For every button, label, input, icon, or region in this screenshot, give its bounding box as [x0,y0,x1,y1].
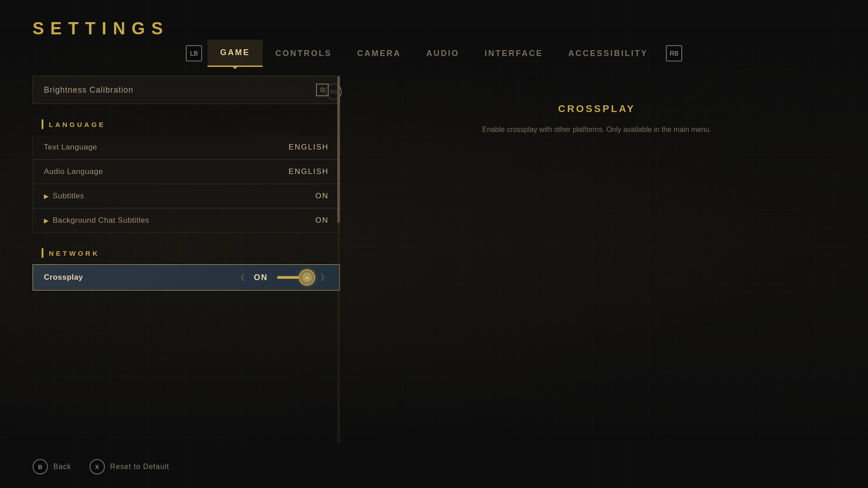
text-language-value: ENGLISH [288,143,329,152]
bottom-bar: B Back X Reset to Default [33,459,835,474]
subtitles-value: ON [316,192,329,201]
subtitles-label: ▶ Subtitles [44,192,84,201]
crossplay-arrow-right[interactable]: 》 [321,272,329,283]
network-section-header: NETWORK [33,242,340,264]
tab-interface[interactable]: INTERFACE [472,40,556,67]
tab-camera[interactable]: CAMERA [344,40,414,67]
language-section-header: LANGUAGE [33,113,340,136]
audio-language-value: ENGLISH [288,167,329,176]
background-chat-value: ON [316,216,329,225]
text-language-row[interactable]: Text Language ENGLISH [33,136,340,160]
lb-icon: LB [190,50,198,57]
audio-language-label: Audio Language [44,167,103,176]
crossplay-arrow-left[interactable]: 《 [236,272,245,283]
subtitles-row[interactable]: ▶ Subtitles ON [33,184,340,208]
reset-button[interactable]: X Reset to Default [90,459,170,474]
tab-arrow-right[interactable]: RB [666,45,682,61]
tab-controls[interactable]: CONTROLS [263,40,344,67]
brightness-label: Brightness Calibration [44,85,133,95]
main-content: Brightness Calibration ⧉ LANGUAGE Text L… [33,76,835,443]
audio-language-row[interactable]: Audio Language ENGLISH [33,160,340,184]
brightness-calibration-row[interactable]: Brightness Calibration ⧉ [33,76,340,104]
background-chat-label: ▶ Background Chat Subtitles [44,216,149,225]
subtitles-expand-arrow: ▶ [44,192,49,200]
tab-navigation: LB GAME CONTROLS CAMERA AUDIO INTERFACE … [0,40,868,67]
back-button[interactable]: B Back [33,459,71,474]
scroll-thumb [337,76,340,223]
tab-game[interactable]: GAME [208,40,263,67]
scroll-track[interactable] [337,76,340,443]
crossplay-control: 《 ON 》 [236,272,329,283]
background-chat-expand-arrow: ▶ [44,217,49,224]
crossplay-value: ON [252,273,270,282]
tab-audio[interactable]: AUDIO [414,40,472,67]
back-button-label: Back [53,463,71,471]
crossplay-knob[interactable] [299,269,315,286]
crossplay-slider [277,276,313,279]
detail-description: Enable crossplay with other platforms. O… [482,124,712,136]
back-button-icon: B [33,459,48,474]
left-panel: Brightness Calibration ⧉ LANGUAGE Text L… [33,76,340,443]
crossplay-label: Crossplay [44,273,83,282]
detail-title: CROSSPLAY [558,103,636,115]
crossplay-row[interactable]: Crossplay 《 ON 》 [33,264,340,291]
reset-button-icon: X [90,459,105,474]
rb-icon: RB [670,50,678,57]
page-title: SETTINGS [33,19,169,38]
reset-button-label: Reset to Default [110,463,170,471]
tab-accessibility[interactable]: ACCESSIBILITY [556,40,660,67]
right-panel: CROSSPLAY Enable crossplay with other pl… [358,76,835,443]
page-wrapper: SETTINGS LB GAME CONTROLS CAMERA AUDIO I… [0,0,868,488]
brightness-expand-icon: ⧉ [316,84,329,96]
text-language-label: Text Language [44,143,97,152]
tab-arrow-left[interactable]: LB [186,45,202,61]
crossplay-slider-fill [277,276,299,279]
network-section: NETWORK Crossplay 《 ON 》 [33,242,340,291]
background-chat-subtitles-row[interactable]: ▶ Background Chat Subtitles ON [33,208,340,233]
